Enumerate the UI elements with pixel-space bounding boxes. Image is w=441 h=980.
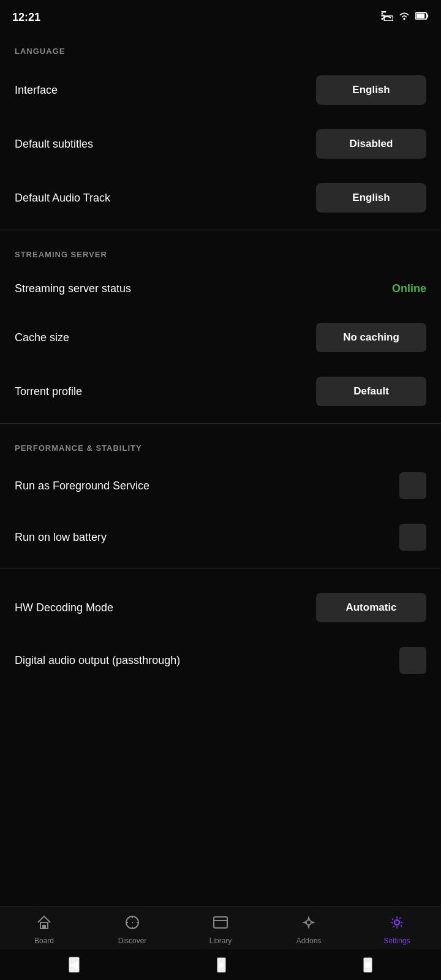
run-as-foreground-service-checkbox[interactable] xyxy=(399,472,426,499)
nav-item-settings[interactable]: Settings xyxy=(372,914,421,945)
svg-point-3 xyxy=(381,18,383,20)
setting-row-default-subtitles: Default subtitles Disabled xyxy=(0,117,441,171)
recent-button[interactable]: ■ xyxy=(363,957,372,973)
wifi-icon xyxy=(398,11,410,23)
svg-rect-8 xyxy=(417,14,425,18)
nav-item-board[interactable]: Board xyxy=(20,914,69,945)
bottom-nav: Board Discover xyxy=(0,906,441,949)
section-header-performance-stability: PERFORMANCE & STABILITY xyxy=(0,429,441,460)
divider-3 xyxy=(0,568,441,568)
svg-rect-7 xyxy=(427,14,429,17)
nav-item-library[interactable]: Library xyxy=(196,914,245,945)
cast-icon xyxy=(381,11,393,23)
default-audio-track-dropdown[interactable]: English xyxy=(316,183,426,213)
discover-icon xyxy=(124,914,140,934)
setting-row-run-as-foreground-service: Run as Foreground Service xyxy=(0,460,441,511)
discover-label: Discover xyxy=(118,937,147,945)
addons-label: Addons xyxy=(296,937,322,945)
board-label: Board xyxy=(34,937,54,945)
setting-row-run-on-low-battery: Run on low battery xyxy=(0,511,441,563)
divider-2 xyxy=(0,423,441,424)
interface-label: Interface xyxy=(15,84,58,97)
setting-row-streaming-server-status: Streaming server status Online xyxy=(0,266,441,311)
settings-icon xyxy=(389,914,405,934)
nav-item-addons[interactable]: Addons xyxy=(284,914,333,945)
digital-audio-output-checkbox[interactable] xyxy=(399,647,426,674)
settings-label: Settings xyxy=(383,937,410,945)
nav-item-discover[interactable]: Discover xyxy=(108,914,157,945)
streaming-server-status-label: Streaming server status xyxy=(15,282,131,295)
hw-decoding-mode-label: HW Decoding Mode xyxy=(15,601,113,614)
settings-content: LANGUAGE Interface English Default subti… xyxy=(0,32,441,772)
hw-decoding-mode-dropdown[interactable]: Automatic xyxy=(316,593,426,622)
back-button[interactable]: ◀ xyxy=(69,957,80,973)
setting-row-torrent-profile: Torrent profile Default xyxy=(0,364,441,418)
run-on-low-battery-label: Run on low battery xyxy=(15,531,107,544)
nav-items: Board Discover xyxy=(0,907,441,949)
interface-dropdown[interactable]: English xyxy=(316,75,426,105)
setting-row-default-audio-track: Default Audio Track English xyxy=(0,171,441,225)
svg-point-20 xyxy=(394,920,399,925)
run-on-low-battery-checkbox[interactable] xyxy=(399,524,426,551)
svg-rect-0 xyxy=(381,13,383,14)
svg-point-19 xyxy=(306,920,311,925)
section-header-streaming-server: STREAMING SERVER xyxy=(0,235,441,266)
cache-size-label: Cache size xyxy=(15,331,69,344)
battery-icon xyxy=(415,12,429,23)
torrent-profile-dropdown[interactable]: Default xyxy=(316,377,426,406)
svg-point-12 xyxy=(132,922,133,923)
svg-point-5 xyxy=(403,18,405,20)
addons-icon xyxy=(301,914,317,934)
system-nav: ◀ ● ■ xyxy=(0,949,441,980)
section-header-language: LANGUAGE xyxy=(0,32,441,63)
setting-row-interface: Interface English xyxy=(0,63,441,117)
svg-rect-10 xyxy=(42,925,46,929)
status-icons xyxy=(381,11,429,23)
library-icon xyxy=(213,914,228,934)
svg-rect-1 xyxy=(381,11,386,12)
setting-row-hw-decoding-mode: HW Decoding Mode Automatic xyxy=(0,581,441,635)
svg-rect-17 xyxy=(214,917,227,928)
board-icon xyxy=(36,914,52,934)
run-as-foreground-service-label: Run as Foreground Service xyxy=(15,480,149,492)
default-subtitles-dropdown[interactable]: Disabled xyxy=(316,129,426,159)
default-audio-track-label: Default Audio Track xyxy=(15,192,110,205)
setting-row-cache-size: Cache size No caching xyxy=(0,311,441,364)
divider-1 xyxy=(0,230,441,230)
cache-size-dropdown[interactable]: No caching xyxy=(316,323,426,352)
torrent-profile-label: Torrent profile xyxy=(15,385,82,398)
streaming-server-status-value: Online xyxy=(392,282,426,295)
digital-audio-output-label: Digital audio output (passthrough) xyxy=(15,654,180,667)
setting-row-digital-audio-output: Digital audio output (passthrough) xyxy=(0,635,441,686)
default-subtitles-label: Default subtitles xyxy=(15,138,93,151)
status-bar: 12:21 xyxy=(0,0,441,32)
home-button[interactable]: ● xyxy=(217,957,226,973)
status-time: 12:21 xyxy=(12,11,40,24)
library-label: Library xyxy=(209,937,232,945)
